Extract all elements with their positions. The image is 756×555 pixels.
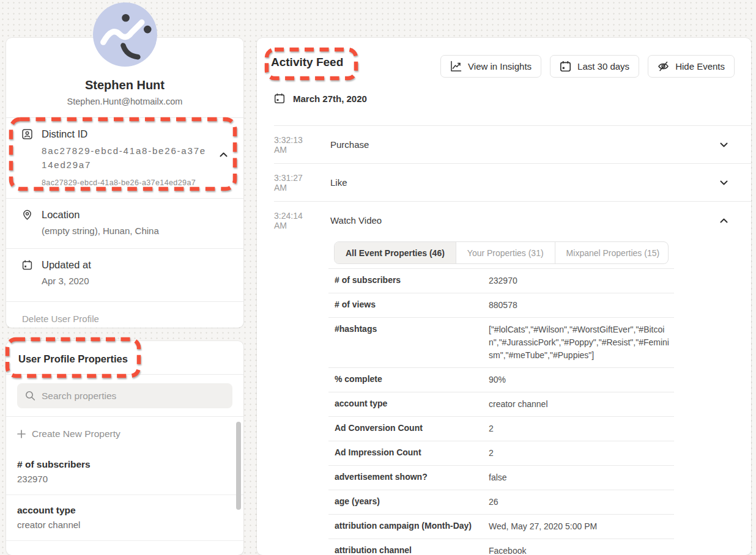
table-row: #hashtags["#lolCats","#Wilson","#WorstGi…: [328, 317, 674, 367]
profile-card: Stephen Hunt Stephen.Hunt@hotmailx.com D…: [6, 38, 243, 328]
table-row: Ad Impression Count2: [328, 441, 674, 465]
properties-list: Create New Property # of subscribers 232…: [6, 416, 243, 552]
eye-off-icon: [658, 61, 669, 72]
chevron-up-icon[interactable]: [220, 152, 228, 157]
calendar-icon: [22, 260, 32, 270]
table-row: # of views880578: [328, 293, 674, 317]
search-properties-box[interactable]: [17, 383, 232, 408]
event-properties-tabs: All Event Properties (46) Your Propertie…: [334, 241, 669, 264]
event-row-purchase[interactable]: 3:32:13 AM Purchase: [274, 125, 751, 163]
event-row-watch-video[interactable]: 3:24:14 AM Watch Video: [274, 201, 751, 239]
search-properties-input[interactable]: [42, 391, 224, 402]
line-chart-icon: [450, 61, 462, 72]
table-row: attribution campaign (Month-Day)Wed, May…: [328, 514, 674, 538]
location-section: Location (empty string), Hunan, China: [6, 199, 243, 249]
search-icon: [25, 391, 35, 401]
event-properties-panel: All Event Properties (46) Your Propertie…: [328, 241, 674, 555]
table-row: % complete90%: [328, 367, 674, 392]
hide-events-button[interactable]: Hide Events: [648, 55, 735, 78]
distinct-id-value-small: 8ac27829-ebcd-41a8-be26-a37e14ed29a7: [42, 178, 228, 187]
table-row: attribution channelFacebook: [328, 538, 674, 555]
user-profile-properties-card: User Profile Properties Create New Prope…: [6, 341, 243, 555]
location-value: (empty string), Hunan, China: [42, 224, 228, 238]
updated-at-section: Updated at Apr 3, 2020: [6, 249, 243, 302]
profile-name: Stephen Hunt: [18, 78, 231, 92]
property-list-item[interactable]: # of subscribers 232970: [6, 449, 243, 495]
table-row: account typecreator channel: [328, 392, 674, 416]
create-new-property-button[interactable]: Create New Property: [6, 417, 243, 449]
calendar-icon: [274, 93, 285, 104]
location-label: Location: [42, 209, 228, 221]
view-in-insights-button[interactable]: View in Insights: [440, 55, 541, 78]
chevron-down-icon[interactable]: [720, 142, 728, 147]
activity-feed-card: Activity Feed View in Insights Last 30 d…: [257, 38, 751, 555]
updated-at-value: Apr 3, 2020: [42, 274, 228, 288]
chevron-down-icon[interactable]: [720, 180, 728, 185]
table-row: # of subscribers232970: [328, 268, 674, 293]
event-properties-table: # of subscribers232970 # of views880578 …: [328, 268, 674, 555]
location-pin-icon: [22, 210, 32, 220]
distinct-id-section: Distinct ID 8ac27829-ebcd-41a8-be26-a37e…: [6, 118, 243, 199]
delete-user-profile-button[interactable]: Delete User Profile: [6, 302, 243, 336]
table-row: advertisement shown?false: [328, 465, 674, 490]
tab-mixpanel-properties[interactable]: Mixpanel Properties (15): [555, 242, 669, 263]
avatar: [93, 2, 157, 67]
scrollbar-thumb[interactable]: [236, 422, 241, 510]
plus-icon: [17, 430, 26, 438]
profile-email: Stephen.Hunt@hotmailx.com: [18, 97, 231, 106]
calendar-icon: [560, 61, 571, 72]
updated-at-label: Updated at: [42, 259, 228, 271]
distinct-id-value: 8ac27829-ebcd-41a8-be26-a37e14ed29a7: [42, 144, 210, 172]
activity-feed-title: Activity Feed: [271, 56, 343, 69]
distinct-id-label: Distinct ID: [42, 128, 228, 140]
table-row: Ad Conversion Count2: [328, 416, 674, 441]
tab-all-event-properties[interactable]: All Event Properties (46): [335, 242, 456, 263]
event-row-like[interactable]: 3:31:27 AM Like: [274, 163, 751, 201]
tab-your-properties[interactable]: Your Properties (31): [456, 242, 555, 263]
table-row: age (years)26: [328, 490, 674, 514]
date-header: March 27th, 2020: [274, 93, 367, 104]
user-profile-properties-title: User Profile Properties: [6, 341, 243, 375]
chevron-up-icon[interactable]: [720, 218, 728, 223]
id-card-icon: [22, 129, 32, 139]
date-range-button[interactable]: Last 30 days: [550, 55, 639, 78]
property-list-item[interactable]: account type creator channel: [6, 495, 243, 541]
